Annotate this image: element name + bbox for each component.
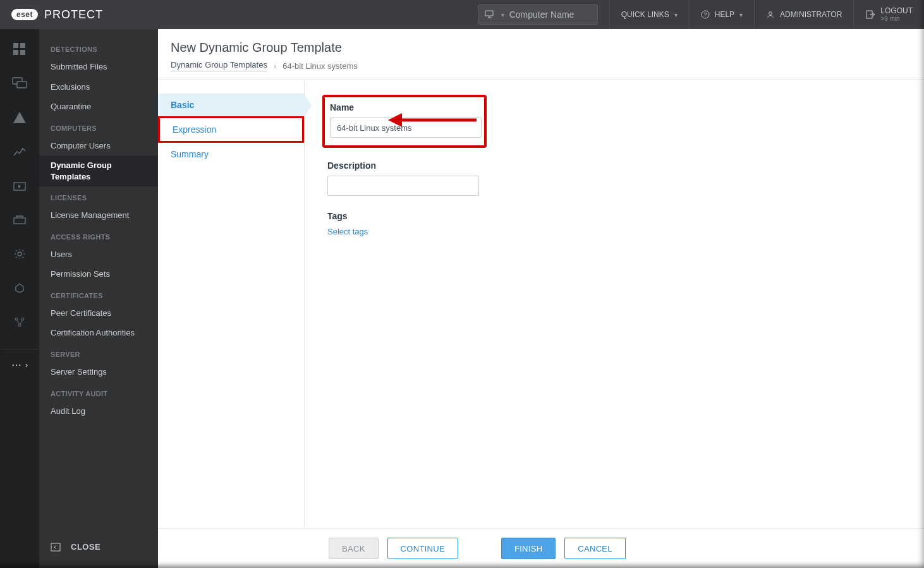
svg-rect-0 bbox=[485, 11, 493, 16]
brand-product: PROTECT bbox=[44, 8, 103, 21]
side-group-certificates: CERTIFICATES bbox=[39, 284, 158, 303]
footer-bar: BACK CONTINUE FINISH CANCEL bbox=[158, 528, 924, 568]
chevron-down-icon: ▾ bbox=[739, 11, 743, 18]
side-item-license-management[interactable]: License Management bbox=[39, 205, 158, 226]
content: New Dynamic Group Template Dynamic Group… bbox=[158, 29, 924, 568]
rail-policies-icon[interactable] bbox=[0, 208, 39, 231]
rail-threats-icon[interactable] bbox=[0, 106, 39, 129]
quick-links-menu[interactable]: QUICK LINKS ▾ bbox=[609, 0, 689, 29]
admin-label: ADMINISTRATOR bbox=[780, 10, 842, 19]
side-item-users[interactable]: Users bbox=[39, 245, 158, 265]
workarea: Basic Expression Summary Name Descriptio… bbox=[158, 80, 924, 528]
side-group-access-rights: ACCESS RIGHTS bbox=[39, 226, 158, 245]
monitor-icon bbox=[485, 10, 496, 19]
rail-computers-icon[interactable] bbox=[0, 72, 39, 95]
breadcrumb-leaf: 64-bit Linux systems bbox=[283, 61, 358, 71]
svg-rect-10 bbox=[17, 82, 27, 88]
name-label: Name bbox=[330, 102, 479, 112]
svg-rect-17 bbox=[51, 543, 60, 551]
help-icon: ? bbox=[701, 10, 710, 19]
svg-rect-6 bbox=[20, 43, 25, 48]
logout-timer: >9 min bbox=[880, 15, 913, 22]
chevron-down-icon: ▾ bbox=[501, 11, 504, 18]
rail-installers-icon[interactable] bbox=[0, 174, 39, 197]
svg-point-3 bbox=[769, 12, 772, 15]
wizard-steps: Basic Expression Summary bbox=[158, 80, 305, 528]
side-item-permission-sets[interactable]: Permission Sets bbox=[39, 264, 158, 284]
side-group-licenses: LICENSES bbox=[39, 186, 158, 205]
side-item-submitted-files[interactable]: Submitted Files bbox=[39, 57, 158, 77]
side-group-activity-audit: ACTIVITY AUDIT bbox=[39, 382, 158, 401]
side-panel: DETECTIONS Submitted Files Exclusions Qu… bbox=[39, 29, 158, 568]
cancel-button[interactable]: CANCEL bbox=[564, 538, 626, 559]
side-item-dynamic-group-templates[interactable]: Dynamic Group Templates bbox=[39, 155, 158, 186]
step-basic[interactable]: Basic bbox=[158, 94, 304, 116]
topbar: eset PROTECT ▾ Computer Name QUICK LINKS… bbox=[0, 0, 924, 29]
side-item-audit-log[interactable]: Audit Log bbox=[39, 401, 158, 421]
quick-links-label: QUICK LINKS bbox=[621, 10, 669, 19]
side-close-label: CLOSE bbox=[71, 542, 100, 552]
description-input[interactable] bbox=[327, 176, 479, 196]
rail-status-icon[interactable] bbox=[0, 311, 39, 334]
svg-point-16 bbox=[18, 324, 21, 327]
icon-rail: ⋯ › bbox=[0, 29, 39, 568]
logout-button[interactable]: LOGOUT >9 min bbox=[853, 0, 924, 29]
side-item-quarantine[interactable]: Quarantine bbox=[39, 97, 158, 117]
page-title: New Dynamic Group Template bbox=[171, 40, 911, 55]
logout-label: LOGOUT bbox=[880, 7, 913, 15]
help-label: HELP bbox=[715, 10, 734, 19]
svg-rect-7 bbox=[13, 50, 18, 55]
side-item-certification-authorities[interactable]: Certification Authorities bbox=[39, 323, 158, 343]
breadcrumb-root[interactable]: Dynamic Group Templates bbox=[171, 60, 267, 71]
rail-more-icon[interactable]: ⋯ › bbox=[0, 349, 39, 372]
side-item-exclusions[interactable]: Exclusions bbox=[39, 77, 158, 97]
name-input[interactable] bbox=[330, 118, 482, 138]
side-item-server-settings[interactable]: Server Settings bbox=[39, 362, 158, 382]
breadcrumb-sep: › bbox=[274, 61, 276, 71]
finish-button[interactable]: FINISH bbox=[501, 538, 556, 559]
select-tags-link[interactable]: Select tags bbox=[327, 227, 368, 236]
administrator-menu[interactable]: ADMINISTRATOR bbox=[754, 0, 853, 29]
collapse-icon bbox=[51, 543, 61, 552]
search-placeholder: Computer Name bbox=[509, 9, 574, 20]
description-label: Description bbox=[327, 160, 492, 171]
svg-point-13 bbox=[18, 252, 21, 256]
side-item-computer-users[interactable]: Computer Users bbox=[39, 136, 158, 156]
computer-name-search[interactable]: ▾ Computer Name bbox=[478, 4, 598, 25]
rail-dashboard-icon[interactable] bbox=[0, 38, 39, 61]
help-menu[interactable]: ? HELP ▾ bbox=[689, 0, 754, 29]
side-group-detections: DETECTIONS bbox=[39, 38, 158, 57]
chevron-down-icon: ▾ bbox=[674, 11, 678, 18]
brand: eset PROTECT bbox=[0, 8, 158, 21]
back-button[interactable]: BACK bbox=[329, 538, 379, 559]
svg-rect-12 bbox=[14, 218, 25, 224]
form-area: Name Description Tags Select tags bbox=[305, 80, 924, 528]
svg-rect-5 bbox=[13, 43, 18, 48]
page-header: New Dynamic Group Template Dynamic Group… bbox=[158, 29, 924, 80]
rail-reports-icon[interactable] bbox=[0, 140, 39, 163]
svg-rect-8 bbox=[20, 50, 25, 55]
main: ⋯ › DETECTIONS Submitted Files Exclusion… bbox=[0, 29, 924, 568]
side-item-peer-certificates[interactable]: Peer Certificates bbox=[39, 303, 158, 323]
rail-notifications-icon[interactable] bbox=[0, 277, 39, 299]
name-highlight: Name bbox=[322, 95, 487, 148]
svg-text:?: ? bbox=[703, 11, 707, 18]
svg-point-15 bbox=[21, 318, 24, 320]
step-summary[interactable]: Summary bbox=[158, 143, 304, 166]
tags-label: Tags bbox=[327, 211, 492, 221]
side-close-button[interactable]: CLOSE bbox=[39, 532, 158, 568]
continue-button[interactable]: CONTINUE bbox=[387, 538, 458, 559]
breadcrumb: Dynamic Group Templates › 64-bit Linux s… bbox=[171, 60, 911, 71]
brand-eset-badge: eset bbox=[11, 9, 38, 20]
side-group-computers: COMPUTERS bbox=[39, 117, 158, 136]
logout-icon bbox=[865, 9, 875, 20]
side-group-server: SERVER bbox=[39, 343, 158, 362]
step-expression[interactable]: Expression bbox=[158, 116, 304, 143]
svg-point-14 bbox=[15, 318, 18, 320]
rail-settings-icon[interactable] bbox=[0, 243, 39, 265]
user-icon bbox=[766, 10, 775, 19]
